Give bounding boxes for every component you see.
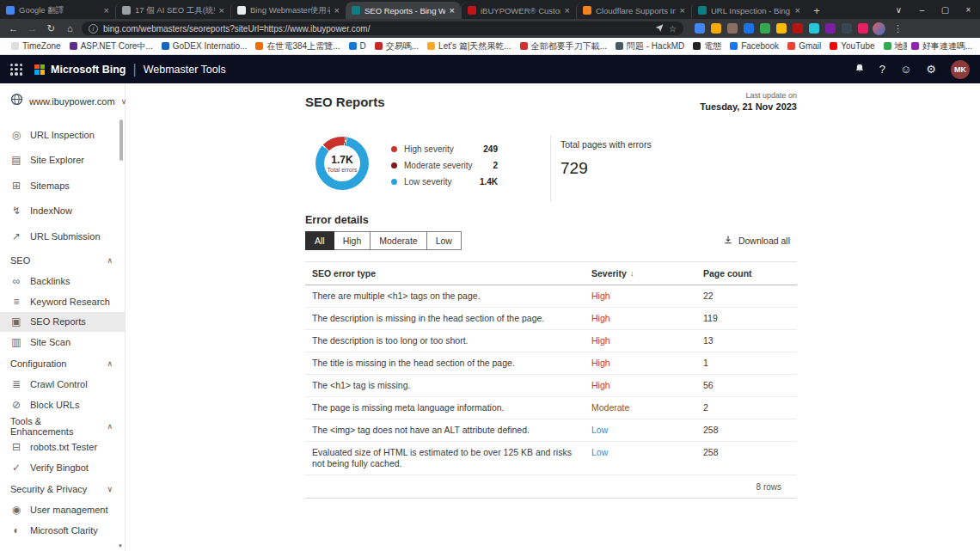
filter-tab-all[interactable]: All bbox=[305, 231, 334, 250]
tab-close-icon[interactable]: × bbox=[450, 5, 455, 15]
legend-row: High severity249 bbox=[391, 141, 498, 157]
sidebar-item-user-management[interactable]: ◉User management bbox=[0, 500, 125, 521]
bookmark-item[interactable]: ASP.NET Core中... bbox=[65, 40, 157, 52]
browser-tab[interactable]: Google 翻譯× bbox=[0, 2, 115, 19]
tab-close-icon[interactable]: × bbox=[334, 5, 340, 15]
minimize-button[interactable]: – bbox=[910, 5, 934, 15]
scroll-down-arrow-icon[interactable]: ▼ bbox=[118, 543, 123, 548]
extension-icon[interactable] bbox=[793, 23, 803, 34]
address-bar[interactable]: i bing.com/webmasters/seoreports?siteUrl… bbox=[82, 21, 683, 35]
bookmark-item[interactable]: Let's 篇|天然果乾... bbox=[423, 40, 516, 52]
sidebar-item-url-inspection[interactable]: ◎URL Inspection bbox=[0, 122, 125, 148]
reload-icon[interactable]: ↻ bbox=[44, 22, 58, 34]
send-icon[interactable] bbox=[655, 23, 664, 34]
extension-icon[interactable] bbox=[744, 23, 754, 34]
sidebar-section-security-privacy[interactable]: Security & Privacy∨ bbox=[0, 478, 125, 500]
extension-icon[interactable] bbox=[858, 23, 868, 34]
table-row[interactable]: There are multiple <h1> tags on the page… bbox=[305, 285, 797, 308]
sidebar-section-configuration[interactable]: Configuration∧ bbox=[0, 352, 125, 375]
extension-icon[interactable] bbox=[695, 23, 705, 34]
browser-tab[interactable]: SEO Reports - Bing Webmas...× bbox=[346, 2, 461, 19]
tab-strip-tabs: Google 翻譯×17 個 AI SEO 工具(統整及 2023...×Bin… bbox=[0, 2, 806, 19]
extension-icon[interactable] bbox=[727, 23, 738, 34]
browser-tab[interactable]: Cloudflare Supports IndexN...× bbox=[576, 2, 691, 19]
apps-waffle-icon[interactable] bbox=[10, 64, 22, 76]
column-header-severity[interactable]: Severity↓ bbox=[585, 268, 696, 279]
site-selector[interactable]: www.ibuypower.com ∨ bbox=[0, 83, 125, 114]
sidebar-item-seo-reports[interactable]: ▣SEO Reports bbox=[0, 312, 125, 333]
sidebar-item-backlinks[interactable]: ∞Backlinks bbox=[0, 272, 125, 292]
bookmark-item[interactable]: Facebook bbox=[726, 41, 783, 51]
bookmark-item[interactable]: YouTube bbox=[825, 41, 879, 51]
bookmark-item[interactable]: 在世電384上需覽... bbox=[251, 40, 344, 52]
tab-close-icon[interactable]: × bbox=[795, 5, 800, 15]
filter-tab-moderate[interactable]: Moderate bbox=[370, 231, 426, 250]
browser-menu-icon[interactable]: ⋮ bbox=[893, 23, 903, 34]
new-tab-button[interactable]: + bbox=[806, 2, 827, 19]
sidebar-item-keyword-research[interactable]: ≡Keyword Research bbox=[0, 291, 125, 312]
site-info-icon[interactable]: i bbox=[89, 24, 98, 34]
sidebar-item-microsoft-clarity[interactable]: ◐Microsoft Clarity bbox=[0, 520, 125, 541]
browser-tab[interactable]: 17 個 AI SEO 工具(統整及 2023...× bbox=[115, 2, 230, 19]
bookmark-item[interactable]: 全部都要手刀下載... bbox=[516, 40, 611, 52]
bookmark-item[interactable]: Gmail bbox=[783, 41, 825, 51]
user-avatar[interactable]: MK bbox=[951, 60, 970, 79]
help-icon[interactable]: ? bbox=[879, 64, 885, 75]
table-row[interactable]: The description is missing in the head s… bbox=[305, 308, 797, 330]
table-row[interactable]: The page is missing meta language inform… bbox=[305, 397, 797, 419]
bookmark-item[interactable]: 交易嗎... bbox=[371, 40, 423, 52]
filter-tab-low[interactable]: Low bbox=[426, 231, 462, 250]
tab-close-icon[interactable]: × bbox=[565, 5, 570, 15]
extension-icon[interactable] bbox=[776, 23, 787, 34]
table-row[interactable]: The <h1> tag is missing.High56 bbox=[305, 375, 797, 397]
maximize-button[interactable]: ▢ bbox=[934, 5, 957, 15]
browser-tab[interactable]: iBUYPOWER® Custom Gam...× bbox=[461, 2, 576, 19]
bookmark-item[interactable]: 好事連連嗎... bbox=[907, 38, 977, 54]
tab-close-icon[interactable]: × bbox=[680, 5, 685, 15]
bookmark-item[interactable]: 電態 bbox=[689, 40, 726, 52]
tab-close-icon[interactable]: × bbox=[219, 5, 224, 15]
extension-icon[interactable] bbox=[809, 23, 819, 34]
bookmark-item[interactable]: 問題 - HackMD bbox=[611, 40, 689, 52]
sidebar-item-crawl-control[interactable]: ≣Crawl Control bbox=[0, 375, 125, 395]
bookmark-item[interactable]: D bbox=[345, 41, 371, 51]
forward-icon[interactable]: → bbox=[25, 23, 40, 34]
extension-icon[interactable] bbox=[760, 23, 770, 34]
sidebar-scrollbar[interactable] bbox=[119, 119, 123, 161]
sidebar-section-tools-enhancements[interactable]: Tools & Enhancements∧ bbox=[0, 415, 125, 438]
filter-tab-high[interactable]: High bbox=[334, 231, 371, 250]
bookmark-item[interactable]: GoDEX Internatio... bbox=[157, 41, 252, 51]
sidebar-item-verify-bingbot[interactable]: ✓Verify Bingbot bbox=[0, 457, 125, 478]
browser-caret-icon[interactable]: ∨ bbox=[887, 5, 910, 15]
table-row[interactable]: The <img> tag does not have an ALT attri… bbox=[305, 419, 797, 442]
extension-icon[interactable] bbox=[842, 23, 852, 34]
back-icon[interactable]: ← bbox=[6, 23, 21, 34]
sidebar-item-label: Site Scan bbox=[30, 337, 70, 347]
sidebar-item-url-submission[interactable]: ↗URL Submission bbox=[0, 223, 125, 249]
feedback-smiley-icon[interactable]: ☺ bbox=[900, 64, 911, 75]
extension-icon[interactable] bbox=[825, 23, 836, 34]
sidebar-item-robots-txt-tester[interactable]: ⊟robots.txt Tester bbox=[0, 438, 125, 458]
table-row[interactable]: The title is missing in the head section… bbox=[305, 352, 797, 375]
bookmark-item[interactable]: TimeZone bbox=[7, 41, 65, 51]
tab-close-icon[interactable]: × bbox=[104, 5, 109, 15]
profile-avatar[interactable] bbox=[873, 22, 885, 35]
window-close-button[interactable]: × bbox=[957, 5, 980, 15]
sidebar-item-indexnow[interactable]: ↯IndexNow bbox=[0, 199, 125, 224]
download-all-button[interactable]: Download all bbox=[723, 235, 790, 247]
table-row[interactable]: The description is too long or too short… bbox=[305, 330, 797, 352]
notifications-bell-icon[interactable] bbox=[854, 63, 865, 76]
sidebar-item-site-explorer[interactable]: ▤Site Explorer bbox=[0, 148, 125, 174]
bookmark-star-icon[interactable]: ☆ bbox=[669, 24, 677, 34]
sidebar-item-block-urls[interactable]: ⊘Block URLs bbox=[0, 395, 125, 415]
browser-tab[interactable]: Bing Webmaster使用者指南 - 維...× bbox=[230, 2, 346, 19]
sidebar-item-sitemaps[interactable]: ⊞Sitemaps bbox=[0, 173, 125, 199]
home-icon[interactable]: ⌂ bbox=[63, 23, 77, 34]
donut-total-value: 1.7K bbox=[331, 154, 352, 166]
sidebar-item-site-scan[interactable]: ▥Site Scan bbox=[0, 332, 125, 352]
sidebar-section-seo[interactable]: SEO∧ bbox=[0, 249, 125, 272]
settings-gear-icon[interactable]: ⚙ bbox=[926, 64, 936, 75]
table-row[interactable]: Evaluated size of HTML is estimated to b… bbox=[305, 442, 797, 475]
extension-icon[interactable] bbox=[711, 23, 721, 34]
browser-tab[interactable]: URL Inspection - Bing Webm...× bbox=[691, 2, 806, 19]
